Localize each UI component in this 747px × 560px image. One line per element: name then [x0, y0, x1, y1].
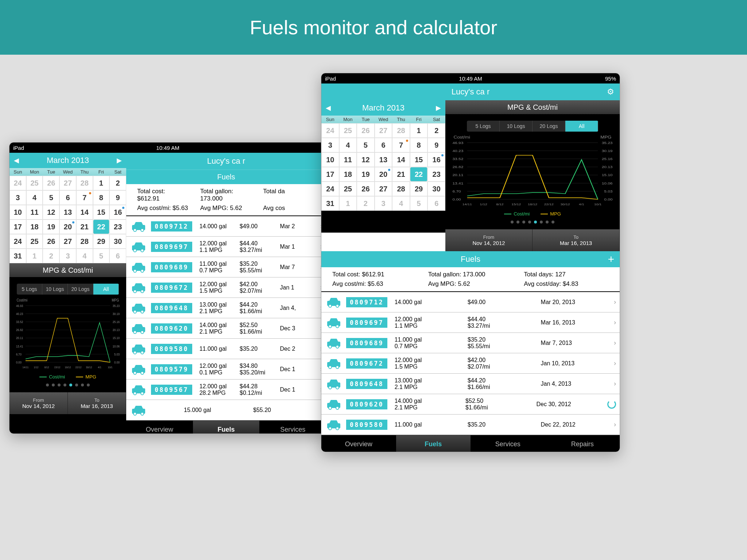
segment-20-logs[interactable]: 20 Logs — [533, 121, 565, 132]
cal-cell[interactable]: 21 — [392, 167, 410, 182]
cal-cell[interactable]: 26 — [357, 182, 375, 196]
cal-prev-icon[interactable]: ◀ — [14, 156, 19, 164]
cal-cell[interactable]: 28 — [76, 176, 93, 190]
segment-all[interactable]: All — [93, 284, 119, 295]
fuel-row[interactable]: 080967212.000 gal1.5 MPG$42.00$2.07/miJa… — [126, 277, 326, 298]
fuel-row[interactable]: 15.000 gal$55.20 — [126, 400, 326, 420]
cal-prev-icon[interactable]: ◀ — [326, 104, 331, 112]
cal-cell[interactable]: 31 — [321, 196, 339, 211]
fuel-row[interactable]: 080962014.000 gal2.1 MPG$52.50$1.66/miDe… — [321, 394, 620, 415]
cal-cell[interactable]: 3 — [375, 196, 392, 211]
page-dot[interactable] — [81, 384, 84, 386]
cal-cell[interactable]: 6 — [109, 249, 126, 263]
page-dot[interactable] — [69, 384, 72, 386]
cal-cell[interactable]: 22 — [410, 167, 428, 182]
page-dot[interactable] — [75, 384, 78, 386]
gear-icon[interactable]: ⚙ — [607, 87, 614, 97]
cal-cell[interactable]: 8 — [93, 190, 110, 205]
cal-cell[interactable]: 6 — [59, 190, 76, 205]
tab-fuels[interactable]: Fuels — [193, 420, 260, 434]
cal-cell[interactable]: 1 — [93, 176, 110, 190]
cal-cell[interactable]: 9 — [427, 138, 445, 152]
cal-cell[interactable]: 30 — [109, 234, 126, 249]
cal-cell[interactable]: 20 — [375, 167, 392, 182]
page-dot[interactable] — [551, 221, 554, 223]
cal-cell[interactable]: 4 — [339, 138, 357, 152]
cal-cell[interactable]: 5 — [43, 190, 59, 205]
cal-cell[interactable]: 7 — [392, 138, 410, 152]
fuel-row[interactable]: 080968911.000 gal0.7 MPG$35.20$5.55/miMa… — [126, 257, 326, 277]
cal-cell[interactable]: 5 — [93, 249, 110, 263]
segment-10-logs[interactable]: 10 Logs — [500, 121, 533, 132]
cal-cell[interactable]: 23 — [109, 219, 126, 234]
cal-cell[interactable]: 8 — [410, 138, 428, 152]
cal-cell[interactable]: 31 — [9, 249, 26, 263]
page-dot[interactable] — [63, 384, 66, 386]
cal-cell[interactable]: 1 — [26, 249, 43, 263]
cal-cell[interactable]: 4 — [76, 249, 93, 263]
cal-cell[interactable]: 30 — [427, 182, 445, 196]
cal-cell[interactable]: 29 — [93, 234, 110, 249]
page-dot[interactable] — [540, 221, 543, 223]
cal-cell[interactable]: 27 — [375, 182, 392, 196]
segment-5-logs[interactable]: 5 Logs — [467, 121, 500, 132]
cal-cell[interactable]: 2 — [427, 123, 445, 138]
fuel-row[interactable]: 080958011.000 gal$35.20Dec 22, 2012› — [321, 415, 620, 435]
cal-cell[interactable]: 7 — [76, 190, 93, 205]
cal-cell[interactable]: 5 — [410, 196, 428, 211]
cal-cell[interactable]: 24 — [321, 123, 339, 138]
cal-cell[interactable]: 11 — [26, 205, 43, 219]
cal-next-icon[interactable]: ▶ — [436, 104, 441, 112]
tab-overview[interactable]: Overview — [321, 435, 396, 452]
cal-cell[interactable]: 9 — [109, 190, 126, 205]
cal-cell[interactable]: 25 — [339, 182, 357, 196]
tab-overview[interactable]: Overview — [126, 420, 193, 434]
fuel-row[interactable]: 080958011.000 gal$35.20Dec 2› — [126, 339, 326, 359]
fuel-row[interactable]: 080957912.000 gal0.1 MPG$34.80$35.20/miD… — [126, 359, 326, 380]
cal-cell[interactable]: 3 — [321, 138, 339, 152]
page-dot[interactable] — [534, 221, 537, 223]
page-dot[interactable] — [52, 384, 55, 386]
fuel-row[interactable]: 080967212.000 gal1.5 MPG$42.00$2.07/miJa… — [321, 353, 620, 374]
cal-cell[interactable]: 4 — [26, 190, 43, 205]
cal-cell[interactable]: 26 — [43, 234, 59, 249]
segment-all[interactable]: All — [565, 121, 598, 132]
cal-cell[interactable]: 26 — [357, 123, 375, 138]
cal-cell[interactable]: 5 — [357, 138, 375, 152]
cal-cell[interactable]: 28 — [76, 234, 93, 249]
cal-cell[interactable]: 21 — [76, 219, 93, 234]
cal-cell[interactable]: 18 — [339, 167, 357, 182]
fuel-row[interactable]: 080968911.000 gal0.7 MPG$35.20$5.55/miMa… — [321, 333, 620, 353]
cal-cell[interactable]: 14 — [392, 152, 410, 167]
cal-cell[interactable]: 6 — [427, 196, 445, 211]
cal-cell[interactable]: 18 — [26, 219, 43, 234]
fuel-row[interactable]: 080962014.000 gal2.1 MPG$52.50$1.66/miDe… — [126, 318, 326, 339]
cal-next-icon[interactable]: ▶ — [117, 156, 122, 164]
segment-10-logs[interactable]: 10 Logs — [42, 284, 68, 295]
tab-fuels[interactable]: Fuels — [396, 435, 471, 452]
cal-cell[interactable]: 29 — [410, 182, 428, 196]
cal-cell[interactable]: 20 — [59, 219, 76, 234]
cal-cell[interactable]: 19 — [357, 167, 375, 182]
cal-cell[interactable]: 26 — [43, 176, 59, 190]
cal-cell[interactable]: 17 — [321, 167, 339, 182]
cal-cell[interactable]: 16 — [427, 152, 445, 167]
cal-cell[interactable]: 4 — [392, 196, 410, 211]
cal-cell[interactable]: 25 — [26, 234, 43, 249]
cal-cell[interactable]: 1 — [339, 196, 357, 211]
cal-cell[interactable]: 17 — [9, 219, 26, 234]
cal-cell[interactable]: 14 — [76, 205, 93, 219]
cal-cell[interactable]: 2 — [109, 176, 126, 190]
cal-cell[interactable]: 2 — [43, 249, 59, 263]
cal-cell[interactable]: 24 — [9, 176, 26, 190]
page-dot[interactable] — [511, 221, 514, 223]
fuel-row[interactable]: 080969712.000 gal1.1 MPG$44.40$3.27/miMa… — [126, 237, 326, 257]
cal-cell[interactable]: 27 — [59, 176, 76, 190]
cal-cell[interactable]: 10 — [321, 152, 339, 167]
cal-cell[interactable]: 25 — [26, 176, 43, 190]
page-dot[interactable] — [58, 384, 61, 386]
cal-cell[interactable]: 12 — [357, 152, 375, 167]
cal-cell[interactable]: 3 — [59, 249, 76, 263]
cal-cell[interactable]: 28 — [392, 123, 410, 138]
cal-cell[interactable]: 24 — [9, 234, 26, 249]
